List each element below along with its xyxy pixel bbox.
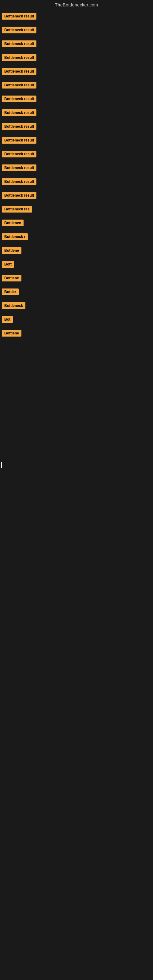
list-item: Bottleneck result xyxy=(0,174,153,188)
list-item: Bottleneck result xyxy=(0,50,153,64)
list-item: Bottlene xyxy=(0,243,153,257)
page-container: TheBottlenecker.com Bottleneck resultBot… xyxy=(0,0,153,597)
list-item: Bottler xyxy=(0,284,153,298)
bottleneck-badge[interactable]: Bottlene xyxy=(2,330,21,337)
bottleneck-badge[interactable]: Bottleneck result xyxy=(2,123,37,130)
list-item: Bottleneck result xyxy=(0,22,153,36)
bottleneck-badge[interactable]: Bottleneck result xyxy=(2,192,37,199)
list-item: Bottleneck result xyxy=(0,9,153,22)
bottleneck-badge[interactable]: Bottleneck result xyxy=(2,40,37,47)
bottleneck-list: Bottleneck resultBottleneck resultBottle… xyxy=(0,9,153,339)
bottleneck-badge[interactable]: Bott xyxy=(2,261,14,268)
list-item: Bottlenec xyxy=(0,215,153,229)
bottleneck-badge[interactable]: Bottler xyxy=(2,288,19,295)
bottleneck-badge[interactable]: Bottleneck res xyxy=(2,206,32,213)
bottleneck-badge[interactable]: Bottleneck result xyxy=(2,95,37,102)
bottleneck-badge[interactable]: Bottleneck result xyxy=(2,13,37,20)
list-item: Bott xyxy=(0,257,153,270)
list-item: Bottleneck result xyxy=(0,78,153,91)
bottleneck-badge[interactable]: Bot xyxy=(2,316,13,323)
bottleneck-badge[interactable]: Bottleneck result xyxy=(2,164,37,171)
bottleneck-badge[interactable]: Bottleneck result xyxy=(2,151,37,158)
cursor-row xyxy=(0,462,153,474)
list-item: Bottleneck res xyxy=(0,202,153,215)
list-item: Bottleneck result xyxy=(0,160,153,174)
bottleneck-badge[interactable]: Bottleneck result xyxy=(2,27,37,33)
bottleneck-badge[interactable]: Bottlene xyxy=(2,275,21,282)
bottleneck-badge[interactable]: Bottleneck result xyxy=(2,68,37,75)
bottleneck-badge[interactable]: Bottleneck r xyxy=(2,233,28,240)
list-item: Bottleneck result xyxy=(0,64,153,78)
bottleneck-badge[interactable]: Bottleneck result xyxy=(2,137,37,144)
list-item: Bottleneck result xyxy=(0,133,153,146)
list-item: Bottleneck result xyxy=(0,91,153,105)
blank-section-2 xyxy=(0,474,153,597)
list-item: Bottleneck result xyxy=(0,146,153,160)
list-item: Bottleneck result xyxy=(0,119,153,133)
list-item: Bottleneck result xyxy=(0,105,153,119)
list-item: Bottleneck result xyxy=(0,188,153,202)
list-item: Bottleneck r xyxy=(0,229,153,243)
bottleneck-badge[interactable]: Bottleneck result xyxy=(2,109,37,116)
bottleneck-badge[interactable]: Bottlene xyxy=(2,247,21,254)
site-title: TheBottlenecker.com xyxy=(0,0,153,9)
cursor-indicator xyxy=(1,462,2,468)
list-item: Bottlene xyxy=(0,270,153,284)
bottleneck-badge[interactable]: Bottlenec xyxy=(2,220,24,226)
list-item: Bottleneck xyxy=(0,298,153,312)
list-item: Bot xyxy=(0,312,153,326)
bottleneck-badge[interactable]: Bottleneck result xyxy=(2,82,37,89)
list-item: Bottlene xyxy=(0,326,153,339)
blank-section xyxy=(0,339,153,462)
bottleneck-badge[interactable]: Bottleneck result xyxy=(2,178,37,185)
bottleneck-badge[interactable]: Bottleneck xyxy=(2,302,26,309)
bottleneck-badge[interactable]: Bottleneck result xyxy=(2,54,37,61)
list-item: Bottleneck result xyxy=(0,36,153,50)
